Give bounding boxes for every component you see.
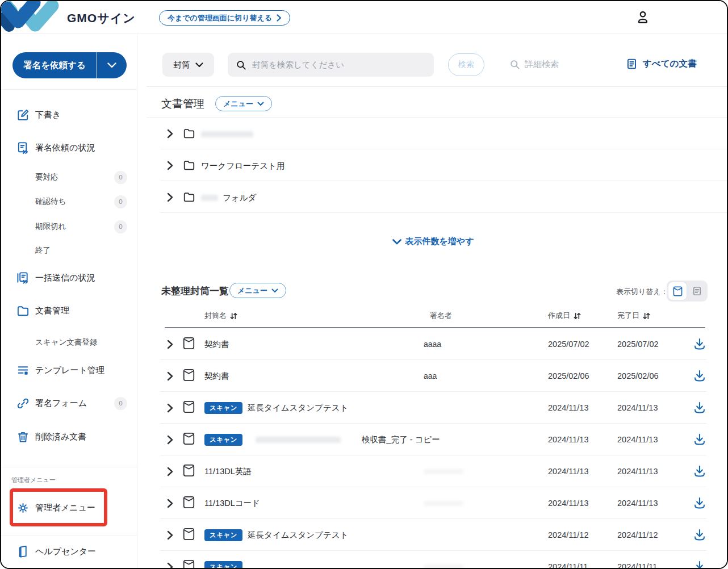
created-date: 2024/11/13	[548, 499, 589, 508]
download-icon[interactable]	[693, 337, 706, 351]
column-label: 署名者	[430, 311, 452, 321]
envelope-row[interactable]: スキャン延長タイムスタンプテスト2024/11/122024/11/12	[137, 519, 728, 551]
created-date: 2024/11/12	[548, 530, 589, 539]
chevron-down-icon	[107, 62, 116, 68]
envelope-icon	[183, 528, 195, 541]
download-icon[interactable]	[693, 433, 706, 446]
sidebar-item[interactable]: 下書き	[1, 107, 137, 123]
request-signature-button[interactable]: 署名を依頼する	[12, 52, 127, 78]
chevron-right-icon	[277, 14, 282, 22]
draft-icon	[16, 108, 30, 122]
top-header: GMOサイン 今までの管理画面に切り替える	[1, 1, 727, 34]
sidebar-item[interactable]: 期限切れ0	[1, 219, 137, 235]
user-account-icon[interactable]	[635, 10, 651, 26]
menu-label: メニュー	[237, 286, 267, 296]
document-management-menu-button[interactable]: メニュー	[215, 96, 272, 111]
gmo-sign-logo-icon	[1, 1, 59, 34]
expand-chevron-icon[interactable]	[166, 161, 174, 170]
advanced-search-button[interactable]: 詳細検索	[509, 59, 559, 70]
envelope-view-button[interactable]	[668, 282, 687, 300]
view-toggle-label: 表示切り替え：	[616, 287, 668, 297]
sidebar-item-label: スキャン文書登録	[35, 337, 97, 348]
sidebar-item[interactable]: 削除済み文書	[1, 429, 137, 445]
sort-icon[interactable]	[642, 312, 651, 320]
expand-chevron-icon[interactable]	[166, 530, 174, 540]
show-more-button[interactable]: 表示件数を増やす	[392, 236, 474, 247]
column-header[interactable]: 封筒名	[204, 311, 238, 321]
expand-chevron-icon[interactable]	[166, 403, 174, 413]
sidebar-item-label: 終了	[35, 245, 51, 256]
sidebar-item[interactable]: 署名依頼の状況	[1, 140, 137, 156]
sidebar-item-admin-menu[interactable]: 管理者メニュー	[1, 500, 137, 516]
search-input-wrapper	[228, 53, 434, 77]
expand-chevron-icon[interactable]	[166, 193, 174, 202]
expand-chevron-icon[interactable]	[166, 129, 174, 139]
column-header[interactable]: 作成日	[548, 311, 581, 321]
folder-row[interactable]: フォルダ	[137, 181, 728, 213]
download-icon[interactable]	[693, 560, 706, 569]
envelope-row[interactable]: スキャン2024/11/112024/11/11	[137, 551, 728, 569]
sidebar-item[interactable]: 署名フォーム0	[1, 395, 137, 411]
switch-admin-screen-button[interactable]: 今までの管理画面に切り替える	[159, 10, 290, 26]
expand-chevron-icon[interactable]	[166, 371, 174, 381]
envelope-row[interactable]: 契約書aaa2025/02/062025/02/06	[137, 360, 728, 392]
envelope-row[interactable]: スキャン検収書_完了 - コピー2024/11/132024/11/13	[137, 424, 728, 455]
envelope-row[interactable]: スキャン延長タイムスタンプテスト2024/11/132024/11/13	[137, 392, 728, 424]
expand-chevron-icon[interactable]	[166, 467, 174, 476]
divider	[160, 212, 728, 213]
sidebar-divider	[1, 89, 137, 90]
chevron-down-icon	[195, 62, 203, 68]
sort-icon[interactable]	[229, 312, 238, 320]
expand-chevron-icon[interactable]	[166, 435, 174, 445]
sidebar-item-help-center[interactable]: ヘルプセンター	[1, 543, 137, 559]
envelope-icon	[183, 464, 195, 478]
envelope-icon	[183, 400, 195, 414]
folder-row[interactable]	[137, 118, 728, 149]
download-icon[interactable]	[693, 401, 706, 415]
expand-chevron-icon[interactable]	[166, 562, 174, 569]
all-documents-button[interactable]: すべての文書	[626, 58, 696, 70]
download-icon[interactable]	[693, 528, 706, 542]
sort-icon[interactable]	[573, 312, 581, 320]
completed-date: 2024/11/12	[617, 530, 658, 539]
search-type-value: 封筒	[174, 60, 190, 70]
bulk-send-icon	[16, 271, 30, 284]
envelope-list-menu-button[interactable]: メニュー	[229, 283, 286, 298]
column-label: 作成日	[548, 311, 570, 321]
download-icon[interactable]	[693, 369, 706, 383]
envelope-row[interactable]: 契約書aaaa2025/07/022025/07/02	[137, 328, 728, 360]
admin-menu-label: 管理者メニュー	[35, 503, 95, 513]
sidebar-item[interactable]: 確認待ち0	[1, 194, 137, 210]
created-date: 2025/07/02	[548, 340, 589, 349]
list-view-button[interactable]	[688, 282, 706, 300]
request-signature-dropdown[interactable]	[97, 52, 127, 78]
envelope-row[interactable]: 11/13DL英語2024/11/132024/11/13	[137, 455, 728, 487]
envelope-row[interactable]: 11/13DLコード2024/11/132024/11/13	[137, 487, 728, 519]
search-button[interactable]: 検索	[448, 53, 484, 76]
sidebar-item[interactable]: 要対応0	[1, 169, 137, 185]
expand-chevron-icon[interactable]	[166, 499, 174, 508]
scan-badge: スキャン	[204, 434, 242, 446]
sidebar-item[interactable]: 終了	[1, 242, 137, 258]
column-header[interactable]: 完了日	[617, 311, 651, 321]
expand-chevron-icon[interactable]	[166, 340, 174, 349]
download-icon[interactable]	[693, 496, 706, 510]
show-more-row: 表示件数を増やす	[137, 236, 728, 247]
envelope-name: 検収書_完了 - コピー	[362, 434, 440, 445]
sidebar-item[interactable]: 文書管理	[1, 303, 137, 319]
folder-row[interactable]: ワークフローテスト用	[137, 149, 728, 181]
divider	[147, 86, 728, 87]
link-icon	[16, 397, 30, 410]
column-header: 署名者	[430, 311, 452, 321]
download-icon[interactable]	[693, 465, 706, 478]
sidebar-item[interactable]: テンプレート管理	[1, 362, 137, 378]
created-date: 2024/11/13	[548, 467, 589, 476]
search-type-dropdown[interactable]: 封筒	[162, 53, 214, 77]
created-date: 2024/11/13	[548, 435, 589, 444]
sidebar-item[interactable]: 一括送信の状況	[1, 270, 137, 286]
search-input[interactable]	[252, 60, 426, 69]
redacted-text	[424, 501, 463, 506]
document-list-icon	[626, 58, 638, 70]
folder-icon	[183, 191, 195, 203]
sidebar-item[interactable]: スキャン文書登録	[1, 334, 137, 350]
